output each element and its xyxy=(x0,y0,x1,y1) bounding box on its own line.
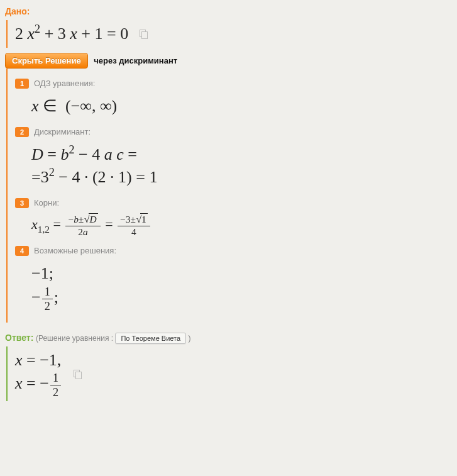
answer-note: (Решение уравнения : По Теореме Виета ) xyxy=(36,334,191,343)
step-badge: 1 xyxy=(15,79,29,89)
given-block: 2 x2 + 3 x + 1 = 0 xyxy=(6,20,452,48)
solutions-math: −1;−12; xyxy=(31,262,58,312)
step-1: 1 ОДЗ уравнения: xyxy=(15,79,452,89)
step-badge: 2 xyxy=(15,127,29,137)
step-2-math: D = b2 − 4 a c ==32 − 4 · (2 · 1) = 1 xyxy=(31,143,452,189)
copy-icon[interactable] xyxy=(140,30,147,38)
answer-note-prefix: (Решение уравнения : xyxy=(36,334,113,343)
given-label: Дано: xyxy=(5,6,452,16)
copy-icon[interactable] xyxy=(74,370,81,379)
hide-solution-button[interactable]: Скрыть Решение xyxy=(5,53,88,69)
answer-note-suffix: ) xyxy=(188,334,190,343)
step-title: ОДЗ уравнения: xyxy=(34,79,95,88)
step-1-math: x ∈ (−∞, ∞) xyxy=(31,95,452,118)
step-title: Дискриминант: xyxy=(34,127,91,136)
step-title: Возможные решения: xyxy=(34,246,116,255)
step-2: 2 Дискриминант: xyxy=(15,127,452,137)
step-4: 4 Возможные решения: xyxy=(15,246,452,256)
method-label: через дискриминант xyxy=(94,56,177,65)
answer-block: x = −1,x = −12 xyxy=(6,346,452,401)
answer-label: Ответ: xyxy=(5,333,33,343)
step-4-math: −1;−12; xyxy=(31,262,452,312)
roots-math: x1,2 = −b±√D2a = −3±√14 xyxy=(31,214,151,238)
step-3: 3 Корни: xyxy=(15,198,452,208)
step-badge: 4 xyxy=(15,246,29,256)
vieta-button[interactable]: По Теореме Виета xyxy=(115,333,186,344)
solution-block: 1 ОДЗ уравнения: x ∈ (−∞, ∞) 2 Дискримин… xyxy=(6,69,452,322)
discriminant-math: D = b2 − 4 a c ==32 − 4 · (2 · 1) = 1 xyxy=(31,143,157,189)
step-badge: 3 xyxy=(15,198,29,208)
given-equation: 2 x2 + 3 x + 1 = 0 xyxy=(15,23,128,45)
step-title: Корни: xyxy=(34,198,59,208)
answer-math: x = −1,x = −12 xyxy=(15,349,62,399)
step-3-math: x1,2 = −b±√D2a = −3±√14 xyxy=(31,214,452,238)
domain-math: x ∈ (−∞, ∞) xyxy=(31,95,117,118)
